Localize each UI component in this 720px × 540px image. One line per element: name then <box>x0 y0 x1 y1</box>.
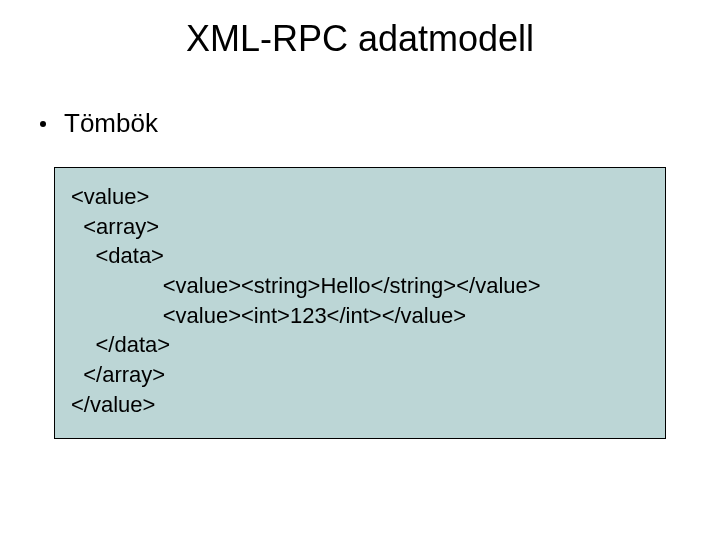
code-line: </data> <box>71 330 649 360</box>
code-line: </array> <box>71 360 649 390</box>
code-example-box: <value> <array> <data> <value><string>He… <box>54 167 666 439</box>
code-line: <value><int>123</int></value> <box>71 301 649 331</box>
code-line: </value> <box>71 390 649 420</box>
slide-title: XML-RPC adatmodell <box>0 0 720 60</box>
bullet-dot-icon <box>40 121 46 127</box>
bullet-item: Tömbök <box>40 108 720 139</box>
code-line: <array> <box>71 212 649 242</box>
bullet-label: Tömbök <box>64 108 158 139</box>
code-line: <value><string>Hello</string></value> <box>71 271 649 301</box>
code-line: <data> <box>71 241 649 271</box>
code-line: <value> <box>71 182 649 212</box>
